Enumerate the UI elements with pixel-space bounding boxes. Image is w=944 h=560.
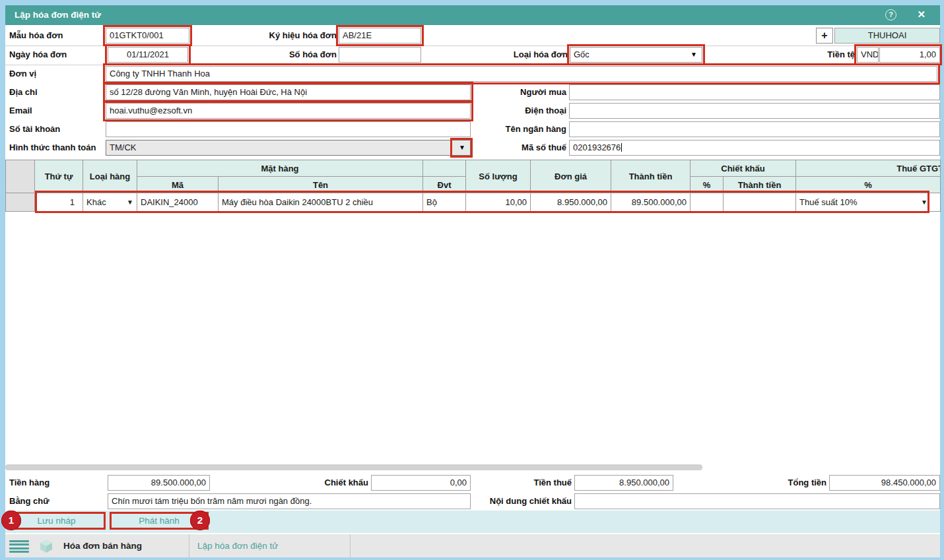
cell-dvt[interactable]: Bộ	[423, 193, 466, 212]
col-ck-thanh-tien: Thành tiền	[724, 177, 796, 193]
mau-hoa-don-input[interactable]: 01GTKT0/001	[106, 28, 189, 44]
cell-thanh-tien[interactable]: 89.500.000,00	[611, 193, 691, 212]
bang-chu-label: Bằng chữ	[9, 493, 50, 510]
tien-hang-input[interactable]: 89.500.000,00	[108, 475, 210, 491]
chevron-down-icon[interactable]: ▼	[459, 140, 465, 155]
tien-hang-label: Tiền hàng	[9, 474, 50, 491]
col-ma: Mã	[137, 177, 219, 193]
chiet-khau-input[interactable]: 0,00	[371, 475, 471, 491]
hinh-thuc-thanh-toan-select[interactable]: TM/CK ▼	[106, 140, 471, 156]
horizontal-scrollbar[interactable]	[5, 464, 702, 470]
col-ten: Tên	[219, 177, 423, 193]
chiet-khau-label: Chiết khấu	[296, 474, 368, 491]
menu-icon[interactable]	[9, 538, 29, 554]
dialog-title: Lập hóa đơn điện tử	[15, 5, 101, 25]
cell-ck-thanh-tien[interactable]	[724, 193, 796, 212]
ky-hieu-input[interactable]: AB/21E	[339, 28, 421, 44]
cell-thue[interactable]: Thuế suất 10% ▼	[796, 193, 941, 212]
dia-chi-input[interactable]: số 12/28 đường Văn Minh, huyện Hoài Đức,…	[106, 84, 471, 100]
tien-thue-input[interactable]: 8.950.000,00	[574, 475, 673, 491]
ky-hieu-label: Ký hiệu hóa đơn	[236, 27, 337, 44]
tab-lap-hoa-don-dien-tu[interactable]: Lập hóa đơn điện tử	[189, 534, 351, 557]
bang-chu-input[interactable]: Chín mươi tám triệu bốn trăm năm mươi ng…	[108, 493, 471, 509]
col-thanh-tien: Thành tiền	[611, 160, 691, 193]
tab-hoa-don-ban-hang[interactable]: Hóa đơn bán hàng	[29, 534, 189, 557]
email-label: Email	[9, 102, 32, 119]
user-badge: THUHOAI	[834, 28, 940, 44]
cell-don-gia[interactable]: 8.950.000,00	[531, 193, 611, 212]
row-selector[interactable]	[6, 193, 35, 212]
dialog-titlebar: Lập hóa đơn điện tử ? ✕	[5, 5, 940, 25]
email-input[interactable]: hoai.vuthu@ezsoft.vn	[106, 103, 471, 119]
tong-tien-label: Tổng tiền	[764, 474, 826, 491]
don-vi-input[interactable]: Công ty TNHH Thanh Hoa	[106, 66, 937, 82]
tien-thue-label: Tiền thuế	[514, 474, 572, 491]
chevron-down-icon[interactable]: ▼	[127, 199, 133, 206]
ma-so-thue-label: Mã số thuế	[494, 139, 566, 156]
table-row: 1 Khác ▼ DAIKIN_24000 Máy điều hòa Daiki…	[6, 193, 941, 212]
loai-hoa-don-select[interactable]: Gốc ▼	[570, 47, 702, 63]
dien-thoai-label: Điện thoại	[494, 102, 566, 119]
col-group-mat-hang: Mặt hàng	[137, 160, 423, 177]
loai-hoa-don-label: Loại hóa đơn	[494, 46, 568, 63]
col-dvt: Đvt	[423, 177, 466, 193]
add-button[interactable]: +	[816, 28, 833, 44]
row-selector-header	[6, 160, 35, 193]
ma-so-thue-input[interactable]: 0201932676	[569, 140, 940, 156]
tong-tien-input[interactable]: 98.450.000,00	[829, 475, 940, 491]
ten-ngan-hang-input[interactable]	[569, 121, 940, 137]
mau-hoa-don-label: Mẫu hóa đơn	[9, 27, 63, 44]
cube-icon	[38, 538, 54, 554]
row-separator	[5, 46, 940, 46]
nguoi-mua-input[interactable]	[569, 84, 940, 100]
don-vi-label: Đơn vị	[9, 65, 36, 82]
invoice-items-table: Thứ tự Loại hàng Mặt hàng Số lượng Đơn g…	[5, 160, 941, 212]
cell-ten[interactable]: Máy điều hòa Daikin 24000BTU 2 chiều	[219, 193, 423, 212]
col-thue-pct: %	[796, 177, 941, 193]
step-1-marker: 1	[1, 511, 21, 530]
chevron-down-icon[interactable]: ▼	[691, 47, 697, 62]
cell-ck-pct[interactable]	[691, 193, 724, 212]
tab-label: Lập hóa đơn điện tử	[197, 534, 278, 557]
tien-te-rate[interactable]: 1,00	[879, 47, 940, 63]
ten-ngan-hang-label: Tên ngân hàng	[481, 121, 566, 138]
bottom-taskbar: Hóa đơn bán hàng Lập hóa đơn điện tử	[5, 533, 940, 557]
noi-dung-chiet-khau-input[interactable]	[574, 493, 940, 509]
nguoi-mua-label: Người mua	[494, 84, 566, 101]
col-dvt-spacer	[423, 160, 466, 177]
ngay-hoa-don-label: Ngày hóa đơn	[9, 46, 67, 63]
cell-loai-hang[interactable]: Khác ▼	[83, 193, 137, 212]
col-ck-pct: %	[691, 177, 724, 193]
cell-thu-tu[interactable]: 1	[35, 193, 83, 212]
step-2-marker: 2	[190, 511, 210, 530]
so-tai-khoan-label: Số tài khoản	[9, 121, 60, 138]
dien-thoai-input[interactable]	[569, 103, 940, 119]
col-don-gia: Đơn giá	[531, 160, 611, 193]
cell-so-luong[interactable]: 10,00	[466, 193, 531, 212]
save-draft-button[interactable]: Lưu nháp	[7, 512, 106, 530]
col-loai-hang: Loại hàng	[83, 160, 137, 193]
row-separator	[5, 65, 940, 65]
help-icon[interactable]: ?	[885, 9, 896, 20]
dia-chi-label: Địa chỉ	[9, 84, 38, 101]
col-group-chiet-khau: Chiết khấu	[691, 160, 796, 177]
tab-label: Hóa đơn bán hàng	[63, 534, 142, 557]
col-thu-tu: Thứ tự	[35, 160, 83, 193]
close-icon[interactable]: ✕	[917, 9, 926, 20]
col-group-thue-gtgt: Thuế GTGT	[796, 160, 941, 177]
chevron-down-icon[interactable]: ▼	[921, 199, 927, 206]
invoice-dialog: Lập hóa đơn điện tử ? ✕ Mẫu hóa đơn 01GT…	[5, 5, 940, 557]
ngay-hoa-don-input[interactable]: 01/11/2021	[108, 47, 188, 63]
so-hoa-don-label: Số hóa đơn	[256, 46, 337, 63]
so-tai-khoan-input[interactable]	[106, 121, 471, 137]
col-so-luong: Số lượng	[466, 160, 531, 193]
hinh-thuc-thanh-toan-label: Hình thức thanh toán	[9, 139, 96, 156]
tien-te-currency[interactable]: VND	[857, 47, 879, 63]
so-hoa-don-input[interactable]	[339, 47, 421, 63]
noi-dung-chiet-khau-label: Nội dung chiết khấu	[474, 493, 572, 510]
cell-ma[interactable]: DAIKIN_24000	[137, 193, 219, 212]
tien-te-label: Tiền tệ	[817, 46, 855, 63]
